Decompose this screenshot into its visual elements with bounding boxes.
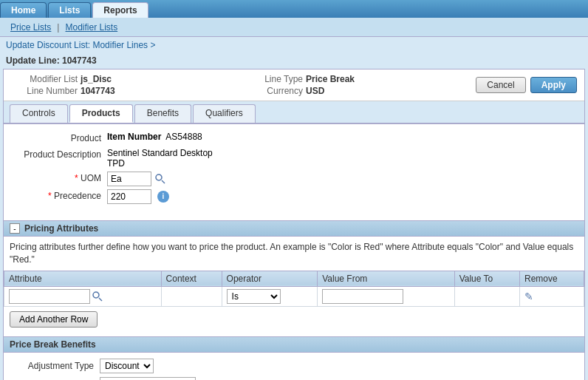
- tab-reports[interactable]: Reports: [92, 2, 148, 18]
- attribute-search-icon[interactable]: [92, 291, 103, 302]
- currency-value: USD: [306, 86, 324, 96]
- collapse-button[interactable]: -: [10, 223, 20, 234]
- add-row-button[interactable]: Add Another Row: [10, 311, 98, 328]
- col-attribute: Attribute: [4, 271, 162, 286]
- line-number-label: Line Number: [11, 86, 78, 96]
- col-remove: Remove: [520, 271, 584, 286]
- line-type-value: Price Break: [306, 74, 355, 84]
- line-number-value: 1047743: [81, 86, 115, 96]
- svg-line-3: [99, 298, 102, 301]
- cancel-button[interactable]: Cancel: [476, 77, 525, 93]
- product-desc-line2: TPD: [107, 158, 213, 169]
- col-operator: Operator: [222, 271, 318, 286]
- line-type-label: Line Type: [236, 74, 303, 84]
- pricing-attributes-header: - Pricing Attributes: [4, 220, 584, 237]
- col-value-from: Value From: [318, 271, 454, 286]
- product-desc-value: Sentinel Standard Desktop: [107, 148, 213, 158]
- volume-based-select[interactable]: Item Quantity Item Amount: [100, 377, 196, 380]
- col-value-to: Value To: [454, 271, 519, 286]
- pricing-attributes-description: Pricing attributes further define how yo…: [4, 237, 584, 271]
- nav-sep: |: [57, 22, 59, 33]
- modifier-list-label: Modifier List: [11, 74, 78, 84]
- item-number-value: AS54888: [165, 132, 202, 142]
- table-row: Is Is Not Between ✎: [4, 286, 584, 306]
- adjustment-type-label: Adjustment Type: [11, 361, 100, 371]
- apply-button[interactable]: Apply: [530, 77, 577, 93]
- svg-line-1: [162, 180, 165, 183]
- operator-select[interactable]: Is Is Not Between: [227, 289, 281, 304]
- item-number-label: Item Number: [107, 132, 161, 142]
- currency-label: Currency: [236, 86, 303, 96]
- adjustment-type-select[interactable]: Discount Markup Price: [100, 359, 154, 373]
- attribute-input[interactable]: [9, 289, 90, 304]
- value-to-cell: [454, 286, 519, 306]
- precedence-label: Precedence: [11, 189, 107, 203]
- svg-point-2: [93, 292, 99, 298]
- nav-price-lists[interactable]: Price Lists: [6, 22, 55, 33]
- page-title: Update Line: 1047743: [0, 53, 588, 69]
- remove-pencil-icon[interactable]: ✎: [524, 291, 533, 302]
- tab-qualifiers[interactable]: Qualifiers: [193, 104, 256, 123]
- nav-modifier-lists[interactable]: Modifier Lists: [61, 22, 122, 33]
- tab-benefits[interactable]: Benefits: [134, 104, 191, 123]
- context-cell: [161, 286, 222, 306]
- tab-controls[interactable]: Controls: [10, 104, 68, 123]
- precedence-info-icon[interactable]: i: [157, 191, 169, 203]
- precedence-input[interactable]: [107, 189, 151, 204]
- tab-lists[interactable]: Lists: [48, 2, 91, 18]
- value-from-input[interactable]: [322, 289, 403, 304]
- col-context: Context: [161, 271, 222, 286]
- product-label: Product: [11, 132, 107, 145]
- product-desc-label: Product Description: [11, 148, 107, 161]
- inner-tab-bar: Controls Products Benefits Qualifiers: [4, 101, 584, 124]
- tab-products[interactable]: Products: [69, 104, 133, 123]
- uom-input[interactable]: [107, 172, 151, 186]
- breadcrumb: Update Discount List: Modifier Lines >: [0, 37, 588, 53]
- svg-point-0: [156, 174, 162, 180]
- uom-label: UOM: [11, 172, 107, 185]
- price-break-benefits-header: Price Break Benefits: [4, 336, 584, 353]
- uom-search-icon[interactable]: [154, 173, 166, 185]
- attributes-table: Attribute Context Operator Value From Va…: [4, 271, 584, 307]
- modifier-list-value: js_Disc: [81, 74, 112, 84]
- pricing-attributes-title: Pricing Attributes: [24, 223, 98, 234]
- tab-home[interactable]: Home: [0, 2, 47, 18]
